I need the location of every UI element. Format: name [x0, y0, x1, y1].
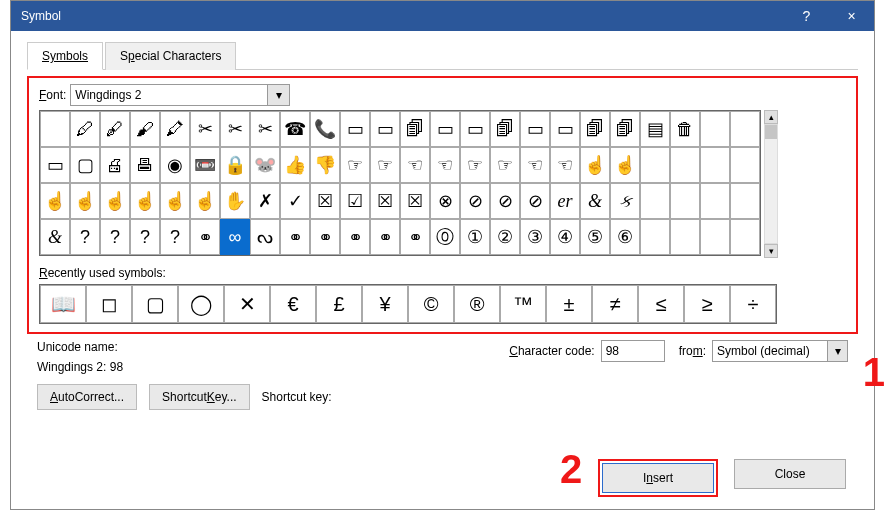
symbol-cell[interactable] [700, 147, 730, 183]
symbol-cell[interactable]: ☞ [340, 147, 370, 183]
tab-symbols[interactable]: Symbols [27, 42, 103, 70]
symbol-cell[interactable] [640, 147, 670, 183]
recent-symbol-cell[interactable]: ◯ [178, 285, 224, 323]
symbol-cell[interactable]: ▭ [520, 111, 550, 147]
symbol-cell[interactable]: ③ [520, 219, 550, 255]
symbol-cell[interactable]: ④ [550, 219, 580, 255]
symbol-cell[interactable]: ⑥ [610, 219, 640, 255]
symbol-cell[interactable]: ☜ [550, 147, 580, 183]
symbol-cell[interactable]: 🗐 [400, 111, 430, 147]
symbol-cell[interactable]: ☝ [610, 147, 640, 183]
symbol-cell[interactable]: 👍 [280, 147, 310, 183]
symbol-cell[interactable]: ☝ [70, 183, 100, 219]
symbol-cell[interactable]: 🔒 [220, 147, 250, 183]
symbol-cell[interactable]: ? [130, 219, 160, 255]
symbol-cell[interactable]: 📼 [190, 147, 220, 183]
symbol-cell[interactable]: 🖌 [130, 111, 160, 147]
symbol-cell[interactable]: ⊘ [520, 183, 550, 219]
recent-symbol-cell[interactable]: ◻ [86, 285, 132, 323]
symbol-cell[interactable]: ☝ [40, 183, 70, 219]
symbol-cell[interactable]: ? [70, 219, 100, 255]
symbol-cell[interactable] [700, 111, 730, 147]
recent-symbol-cell[interactable]: ÷ [730, 285, 776, 323]
symbol-cell[interactable]: ☜ [400, 147, 430, 183]
symbol-cell[interactable]: ⚭ [190, 219, 220, 255]
symbol-cell[interactable]: ☝ [580, 147, 610, 183]
recent-symbol-cell[interactable]: 📖 [40, 285, 86, 323]
symbol-cell[interactable]: ? [160, 219, 190, 255]
autocorrect-button[interactable]: AutoCorrect... [37, 384, 137, 410]
symbol-cell[interactable]: ▢ [70, 147, 100, 183]
symbol-cell[interactable]: 🗐 [610, 111, 640, 147]
font-select[interactable]: Wingdings 2 ▾ [70, 84, 290, 106]
recent-symbol-cell[interactable]: ¥ [362, 285, 408, 323]
symbol-cell[interactable]: & [40, 219, 70, 255]
from-select[interactable]: Symbol (decimal) ▾ [712, 340, 848, 362]
symbol-cell[interactable] [700, 183, 730, 219]
symbol-cell[interactable]: er [550, 183, 580, 219]
symbol-cell[interactable] [640, 183, 670, 219]
symbol-cell[interactable]: ☞ [490, 147, 520, 183]
symbol-cell[interactable]: ✓ [280, 183, 310, 219]
symbol-cell[interactable]: ☝ [130, 183, 160, 219]
symbol-cell[interactable] [640, 219, 670, 255]
symbol-cell[interactable]: ▤ [640, 111, 670, 147]
recent-symbol-cell[interactable]: ▢ [132, 285, 178, 323]
symbol-cell[interactable]: ⚭ [400, 219, 430, 255]
insert-button[interactable]: Insert [602, 463, 714, 493]
symbol-cell[interactable]: ⊘ [460, 183, 490, 219]
recent-symbol-cell[interactable]: ® [454, 285, 500, 323]
symbol-cell[interactable]: ☝ [160, 183, 190, 219]
recent-symbol-cell[interactable]: € [270, 285, 316, 323]
symbol-cell[interactable]: ☒ [370, 183, 400, 219]
symbol-cell[interactable] [730, 147, 760, 183]
symbol-cell[interactable]: 🖶 [130, 147, 160, 183]
shortcut-key-button[interactable]: Shortcut Key... [149, 384, 250, 410]
symbol-cell[interactable]: ⚭ [370, 219, 400, 255]
recent-symbol-cell[interactable]: ≠ [592, 285, 638, 323]
symbol-cell[interactable]: 🖍 [160, 111, 190, 147]
symbol-cell[interactable] [700, 219, 730, 255]
recent-symbol-cell[interactable]: © [408, 285, 454, 323]
recent-symbol-cell[interactable]: ≥ [684, 285, 730, 323]
symbol-cell[interactable]: ☎ [280, 111, 310, 147]
symbol-cell[interactable]: ▭ [40, 147, 70, 183]
close-window-button[interactable]: × [829, 1, 874, 31]
symbol-cell[interactable]: ▭ [370, 111, 400, 147]
char-code-input[interactable] [601, 340, 665, 362]
symbol-cell[interactable]: ▭ [460, 111, 490, 147]
recent-symbol-cell[interactable]: ™ [500, 285, 546, 323]
symbol-cell[interactable]: 🖊 [70, 111, 100, 147]
symbol-cell[interactable]: ✗ [250, 183, 280, 219]
symbol-cell[interactable]: ☑ [340, 183, 370, 219]
symbol-cell[interactable]: ᔓ [250, 219, 280, 255]
symbol-cell[interactable]: ⊘ [490, 183, 520, 219]
symbol-cell[interactable] [730, 111, 760, 147]
symbol-cell[interactable]: ∞ [220, 219, 250, 255]
symbol-cell[interactable]: 🖨 [100, 147, 130, 183]
symbol-cell[interactable]: ☝ [100, 183, 130, 219]
symbol-cell[interactable]: 🗐 [580, 111, 610, 147]
close-button[interactable]: Close [734, 459, 846, 489]
symbol-cell[interactable]: ☝ [190, 183, 220, 219]
symbol-cell[interactable] [730, 183, 760, 219]
help-button[interactable]: ? [784, 1, 829, 31]
recent-symbol-cell[interactable]: ✕ [224, 285, 270, 323]
scroll-track[interactable] [764, 124, 778, 244]
symbol-cell[interactable]: ② [490, 219, 520, 255]
symbol-cell[interactable]: ક [610, 183, 640, 219]
symbol-cell[interactable]: ⓪ [430, 219, 460, 255]
symbol-cell[interactable]: 🗐 [490, 111, 520, 147]
symbol-cell[interactable]: ⚭ [340, 219, 370, 255]
tab-special-characters[interactable]: Special Characters [105, 42, 236, 70]
symbol-cell[interactable]: ☞ [460, 147, 490, 183]
symbol-cell[interactable]: ⑤ [580, 219, 610, 255]
symbol-cell[interactable]: ✂ [220, 111, 250, 147]
symbol-cell[interactable]: ☒ [400, 183, 430, 219]
scroll-up-icon[interactable]: ▴ [764, 110, 778, 124]
scrollbar[interactable]: ▴ ▾ [763, 110, 779, 258]
symbol-cell[interactable]: 👎 [310, 147, 340, 183]
recent-symbol-cell[interactable]: £ [316, 285, 362, 323]
scroll-thumb[interactable] [765, 125, 777, 139]
symbol-cell[interactable]: ▭ [550, 111, 580, 147]
